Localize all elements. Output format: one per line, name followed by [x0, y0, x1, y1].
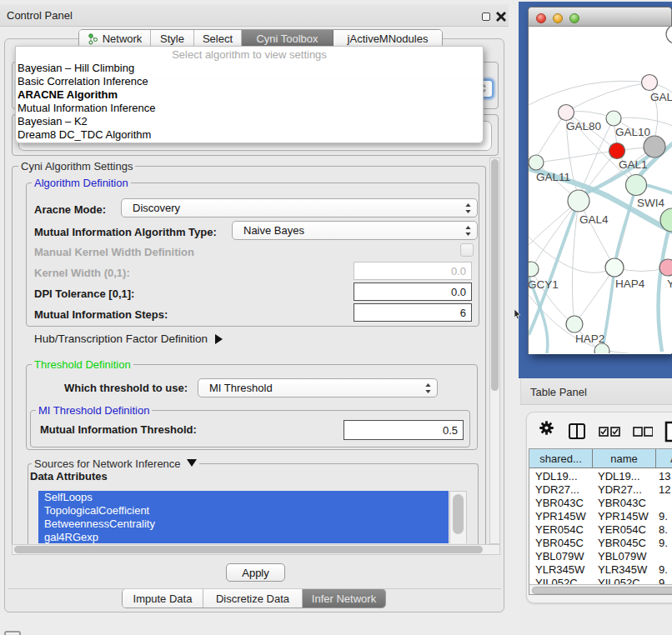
table-row[interactable]: YBR045CYBR045C9. [529, 537, 672, 550]
close-traffic-light-icon[interactable] [536, 13, 546, 23]
tab-cyni-toolbox[interactable]: Cyni Toolbox [242, 30, 333, 48]
node-gal80[interactable] [559, 105, 574, 121]
sources-title[interactable]: Sources for Network Inference [32, 458, 199, 470]
control-panel-titlebar [0, 4, 509, 27]
sources-title-label: Sources for Network Inference [34, 458, 181, 470]
tab-jactivemnodules[interactable]: jActiveMNodules [333, 30, 442, 48]
table-scrollbar-thumb[interactable] [532, 587, 672, 594]
zoom-traffic-light-icon[interactable] [569, 13, 579, 23]
cell-value: 12 [655, 483, 670, 497]
node-hap4[interactable] [605, 258, 624, 277]
popup-item[interactable]: Dream8 DC_TDC Algorithm [16, 128, 483, 142]
unchecked-columns-icon[interactable] [633, 427, 653, 437]
dpi-tolerance-field[interactable]: 0.0 [354, 282, 472, 301]
tab-discretize-data-label: Discretize Data [216, 592, 289, 605]
node-gal2[interactable] [642, 75, 658, 91]
tab-infer-network-label: Infer Network [312, 592, 376, 605]
node[interactable] [666, 27, 672, 43]
list-scrollbar-thumb[interactable] [453, 494, 464, 534]
popup-item[interactable]: Mutual Information Inference [16, 102, 483, 115]
node-pink[interactable] [659, 259, 672, 276]
checked-columns-icon[interactable] [599, 427, 620, 437]
expanded-arrow-icon [187, 459, 197, 467]
split-view-icon[interactable] [569, 423, 585, 439]
mi-steps-field[interactable]: 6 [354, 303, 472, 322]
node-gal10[interactable] [606, 111, 621, 126]
table-row[interactable]: YDL19...YDL19...13 [529, 470, 672, 483]
settings-vertical-scrollbar-thumb[interactable] [491, 159, 499, 391]
column-header-partial[interactable]: A [656, 449, 672, 468]
table-horizontal-scrollbar[interactable] [529, 584, 672, 595]
settings-horizontal-scrollbar[interactable] [12, 544, 500, 555]
list-item[interactable]: gal4RGexp [38, 531, 449, 543]
node-hap2[interactable] [566, 316, 583, 332]
table-row[interactable]: YER054CYER054C8. [529, 523, 672, 537]
tab-discretize-data[interactable]: Discretize Data [203, 589, 303, 608]
cell-value: 8. [655, 523, 668, 537]
network-canvas[interactable]: GAL2 GAL80 GAL10 GAL1 GAL11 GAL4 SWI4 GC… [529, 27, 672, 353]
mi-algorithm-type-label: Mutual Information Algorithm Type: [34, 226, 217, 238]
cell-shared-name: YBL079W [529, 550, 592, 563]
which-threshold-value: MI Threshold [209, 382, 273, 394]
close-icon[interactable] [496, 12, 506, 22]
column-header-name[interactable]: name [593, 449, 656, 468]
cell-value: 9. [655, 537, 668, 550]
node-label: GAL80 [566, 120, 601, 132]
mi-threshold-field[interactable]: 0.5 [344, 420, 464, 440]
settings-vertical-scrollbar[interactable] [489, 158, 500, 544]
table-row[interactable]: YLR345WYLR345W9. [529, 563, 672, 577]
popup-item-selected[interactable]: ARACNE Algorithm [16, 88, 483, 102]
node-label: GAL4 [579, 213, 609, 226]
hub-definition-toggle[interactable]: Hub/Transcription Factor Definition [34, 332, 223, 345]
table-row[interactable]: YBR043CYBR043C [529, 497, 672, 510]
table-row[interactable]: YPR145WYPR145W9. [529, 510, 672, 523]
threshold-definition-title: Threshold Definition [32, 358, 133, 371]
node-gal4[interactable] [568, 190, 589, 212]
node-gray[interactable] [644, 136, 665, 158]
cell-value [655, 550, 659, 563]
cell-name: YLR345W [592, 563, 655, 577]
list-item[interactable]: SelfLoops [38, 491, 449, 504]
node-gcy1[interactable] [529, 262, 539, 277]
node-label: HAP4 [615, 278, 645, 290]
tab-impute-data[interactable]: Impute Data [123, 589, 203, 608]
tab-network[interactable]: Network [79, 30, 151, 48]
column-header-shared-name[interactable]: shared... [529, 449, 593, 468]
tab-select[interactable]: Select [194, 30, 242, 48]
table-row[interactable]: YDR27...YDR27...12 [529, 483, 672, 497]
table-row[interactable]: YBL079WYBL079W [529, 550, 672, 563]
node-gal1[interactable] [609, 143, 625, 159]
kernel-width-field[interactable]: 0.0 [354, 262, 472, 280]
document-icon[interactable] [664, 421, 672, 442]
mi-steps-label: Mutual Information Steps: [34, 308, 168, 321]
tab-style[interactable]: Style [151, 30, 194, 48]
list-item[interactable]: BetweennessCentrality [38, 518, 449, 531]
content-bottom-divider [8, 588, 501, 589]
settings-horizontal-scrollbar-thumb[interactable] [14, 546, 483, 553]
panel-corner-button[interactable] [4, 631, 21, 635]
node-gal11[interactable] [529, 155, 544, 170]
node-label: GAL11 [536, 171, 570, 183]
mi-algorithm-type-dropdown[interactable]: Naive Bayes [232, 221, 478, 240]
network-window-titlebar[interactable] [529, 8, 671, 27]
node-swi4[interactable] [626, 175, 647, 196]
aracne-mode-dropdown[interactable]: Discovery [121, 198, 478, 218]
dropdown-arrows-icon [425, 383, 431, 393]
list-item[interactable]: TopologicalCoefficient [38, 504, 449, 518]
popup-item[interactable]: Bayesian – Hill Climbing [16, 62, 483, 75]
cell-name: YBL079W [592, 550, 655, 563]
node-label: GCY1 [529, 278, 559, 291]
bottom-tabs: Impute Data Discretize Data Infer Networ… [122, 588, 386, 608]
float-window-icon[interactable] [482, 12, 490, 21]
popup-item[interactable]: Basic Correlation Inference [16, 75, 483, 88]
data-attributes-list[interactable]: SelfLoops TopologicalCoefficient Between… [38, 491, 449, 543]
list-scrollbar[interactable] [449, 491, 467, 543]
apply-button[interactable]: Apply [226, 563, 285, 582]
minimize-traffic-light-icon[interactable] [553, 13, 563, 23]
tab-impute-data-label: Impute Data [133, 592, 193, 605]
manual-kernel-width-checkbox[interactable] [460, 243, 474, 257]
which-threshold-dropdown[interactable]: MI Threshold [198, 378, 438, 398]
popup-item[interactable]: Bayesian – K2 [16, 115, 483, 128]
tab-infer-network[interactable]: Infer Network [303, 589, 385, 608]
gear-icon[interactable] [539, 421, 554, 435]
